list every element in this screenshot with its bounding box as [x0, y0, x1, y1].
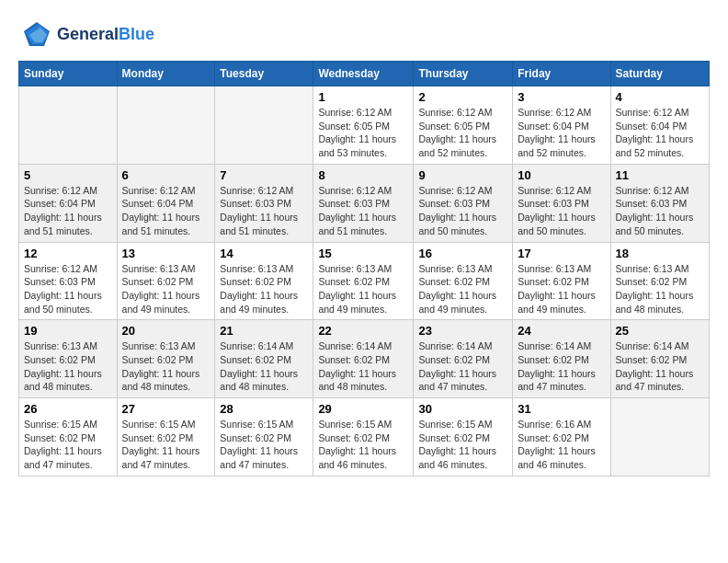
- header-day-wednesday: Wednesday: [313, 62, 414, 86]
- calendar-cell: 15Sunrise: 6:13 AM Sunset: 6:02 PM Dayli…: [313, 242, 414, 320]
- day-info: Sunrise: 6:14 AM Sunset: 6:02 PM Dayligh…: [318, 339, 408, 394]
- day-info: Sunrise: 6:14 AM Sunset: 6:02 PM Dayligh…: [418, 339, 507, 394]
- calendar-body: 1Sunrise: 6:12 AM Sunset: 6:05 PM Daylig…: [19, 86, 710, 477]
- calendar-cell: 31Sunrise: 6:16 AM Sunset: 6:02 PM Dayli…: [513, 398, 610, 477]
- calendar-cell: 25Sunrise: 6:14 AM Sunset: 6:02 PM Dayli…: [610, 320, 710, 398]
- calendar-cell: 5Sunrise: 6:12 AM Sunset: 6:04 PM Daylig…: [19, 164, 118, 242]
- header: GeneralBlue: [18, 18, 710, 52]
- week-row-2: 5Sunrise: 6:12 AM Sunset: 6:04 PM Daylig…: [19, 164, 710, 242]
- calendar-cell: 27Sunrise: 6:15 AM Sunset: 6:02 PM Dayli…: [117, 398, 215, 477]
- day-number: 16: [418, 247, 507, 260]
- header-day-sunday: Sunday: [19, 62, 118, 86]
- calendar-cell: [215, 86, 313, 165]
- day-number: 12: [24, 247, 112, 260]
- day-number: 2: [418, 90, 507, 104]
- day-number: 19: [24, 324, 112, 338]
- logo: GeneralBlue: [18, 18, 154, 52]
- header-day-saturday: Saturday: [610, 62, 710, 86]
- calendar-cell: 8Sunrise: 6:12 AM Sunset: 6:03 PM Daylig…: [313, 164, 414, 242]
- day-number: 4: [616, 90, 705, 104]
- day-number: 26: [24, 402, 112, 416]
- day-number: 6: [122, 168, 210, 182]
- day-info: Sunrise: 6:12 AM Sunset: 6:03 PM Dayligh…: [220, 184, 308, 238]
- day-number: 22: [318, 324, 408, 338]
- day-info: Sunrise: 6:14 AM Sunset: 6:02 PM Dayligh…: [616, 339, 705, 394]
- logo-text: GeneralBlue: [57, 26, 154, 44]
- day-number: 17: [518, 247, 605, 260]
- calendar-cell: [19, 86, 118, 165]
- day-info: Sunrise: 6:12 AM Sunset: 6:05 PM Dayligh…: [318, 106, 408, 160]
- day-number: 1: [318, 90, 408, 104]
- calendar-cell: 3Sunrise: 6:12 AM Sunset: 6:04 PM Daylig…: [513, 86, 610, 165]
- day-info: Sunrise: 6:12 AM Sunset: 6:04 PM Dayligh…: [24, 184, 112, 238]
- calendar-cell: 21Sunrise: 6:14 AM Sunset: 6:02 PM Dayli…: [215, 320, 313, 398]
- day-info: Sunrise: 6:13 AM Sunset: 6:02 PM Dayligh…: [616, 262, 705, 316]
- calendar-cell: 30Sunrise: 6:15 AM Sunset: 6:02 PM Dayli…: [414, 398, 513, 477]
- day-number: 5: [24, 168, 112, 182]
- day-info: Sunrise: 6:14 AM Sunset: 6:02 PM Dayligh…: [518, 339, 605, 394]
- day-info: Sunrise: 6:13 AM Sunset: 6:02 PM Dayligh…: [24, 339, 112, 394]
- day-info: Sunrise: 6:13 AM Sunset: 6:02 PM Dayligh…: [318, 262, 408, 316]
- day-info: Sunrise: 6:12 AM Sunset: 6:04 PM Dayligh…: [518, 106, 605, 160]
- logo-icon: [18, 18, 51, 52]
- calendar-cell: 10Sunrise: 6:12 AM Sunset: 6:03 PM Dayli…: [513, 164, 610, 242]
- day-number: 15: [318, 247, 408, 260]
- day-number: 21: [220, 324, 308, 338]
- header-day-friday: Friday: [513, 62, 610, 86]
- day-info: Sunrise: 6:12 AM Sunset: 6:04 PM Dayligh…: [122, 184, 210, 238]
- day-number: 23: [418, 324, 507, 338]
- week-row-5: 26Sunrise: 6:15 AM Sunset: 6:02 PM Dayli…: [19, 398, 710, 477]
- day-info: Sunrise: 6:13 AM Sunset: 6:02 PM Dayligh…: [418, 262, 507, 316]
- day-info: Sunrise: 6:15 AM Sunset: 6:02 PM Dayligh…: [418, 418, 507, 472]
- calendar-cell: 4Sunrise: 6:12 AM Sunset: 6:04 PM Daylig…: [610, 86, 710, 165]
- calendar-cell: 9Sunrise: 6:12 AM Sunset: 6:03 PM Daylig…: [414, 164, 513, 242]
- week-row-4: 19Sunrise: 6:13 AM Sunset: 6:02 PM Dayli…: [19, 320, 710, 398]
- calendar-cell: 14Sunrise: 6:13 AM Sunset: 6:02 PM Dayli…: [215, 242, 313, 320]
- day-info: Sunrise: 6:12 AM Sunset: 6:03 PM Dayligh…: [518, 184, 605, 238]
- day-info: Sunrise: 6:12 AM Sunset: 6:03 PM Dayligh…: [24, 262, 112, 316]
- day-info: Sunrise: 6:14 AM Sunset: 6:02 PM Dayligh…: [220, 339, 308, 394]
- day-info: Sunrise: 6:12 AM Sunset: 6:04 PM Dayligh…: [616, 106, 705, 160]
- day-info: Sunrise: 6:12 AM Sunset: 6:03 PM Dayligh…: [616, 184, 705, 238]
- calendar-cell: 11Sunrise: 6:12 AM Sunset: 6:03 PM Dayli…: [610, 164, 710, 242]
- calendar-header: SundayMondayTuesdayWednesdayThursdayFrid…: [19, 62, 710, 86]
- day-number: 8: [318, 168, 408, 182]
- week-row-1: 1Sunrise: 6:12 AM Sunset: 6:05 PM Daylig…: [19, 86, 710, 165]
- day-number: 25: [616, 324, 705, 338]
- calendar-cell: [117, 86, 215, 165]
- calendar-cell: 23Sunrise: 6:14 AM Sunset: 6:02 PM Dayli…: [414, 320, 513, 398]
- day-info: Sunrise: 6:13 AM Sunset: 6:02 PM Dayligh…: [122, 339, 210, 394]
- day-info: Sunrise: 6:13 AM Sunset: 6:02 PM Dayligh…: [518, 262, 605, 316]
- calendar-cell: 28Sunrise: 6:15 AM Sunset: 6:02 PM Dayli…: [215, 398, 313, 477]
- day-number: 30: [418, 402, 507, 416]
- calendar-cell: 17Sunrise: 6:13 AM Sunset: 6:02 PM Dayli…: [513, 242, 610, 320]
- day-number: 3: [518, 90, 605, 104]
- day-number: 7: [220, 168, 308, 182]
- calendar-table: SundayMondayTuesdayWednesdayThursdayFrid…: [18, 61, 710, 477]
- calendar-cell: [610, 398, 710, 477]
- day-number: 9: [418, 168, 507, 182]
- week-row-3: 12Sunrise: 6:12 AM Sunset: 6:03 PM Dayli…: [19, 242, 710, 320]
- day-number: 27: [122, 402, 210, 416]
- header-day-monday: Monday: [117, 62, 215, 86]
- header-day-tuesday: Tuesday: [215, 62, 313, 86]
- calendar-cell: 22Sunrise: 6:14 AM Sunset: 6:02 PM Dayli…: [313, 320, 414, 398]
- calendar-cell: 12Sunrise: 6:12 AM Sunset: 6:03 PM Dayli…: [19, 242, 118, 320]
- calendar-cell: 26Sunrise: 6:15 AM Sunset: 6:02 PM Dayli…: [19, 398, 118, 477]
- header-day-thursday: Thursday: [414, 62, 513, 86]
- calendar-cell: 2Sunrise: 6:12 AM Sunset: 6:05 PM Daylig…: [414, 86, 513, 165]
- day-number: 24: [518, 324, 605, 338]
- day-number: 13: [122, 247, 210, 260]
- day-info: Sunrise: 6:12 AM Sunset: 6:03 PM Dayligh…: [418, 184, 507, 238]
- day-number: 31: [518, 402, 605, 416]
- day-number: 20: [122, 324, 210, 338]
- calendar-cell: 6Sunrise: 6:12 AM Sunset: 6:04 PM Daylig…: [117, 164, 215, 242]
- day-info: Sunrise: 6:12 AM Sunset: 6:03 PM Dayligh…: [318, 184, 408, 238]
- day-number: 10: [518, 168, 605, 182]
- calendar-cell: 20Sunrise: 6:13 AM Sunset: 6:02 PM Dayli…: [117, 320, 215, 398]
- day-info: Sunrise: 6:15 AM Sunset: 6:02 PM Dayligh…: [220, 418, 308, 472]
- header-row: SundayMondayTuesdayWednesdayThursdayFrid…: [19, 62, 710, 86]
- day-info: Sunrise: 6:12 AM Sunset: 6:05 PM Dayligh…: [418, 106, 507, 160]
- day-number: 28: [220, 402, 308, 416]
- day-info: Sunrise: 6:15 AM Sunset: 6:02 PM Dayligh…: [318, 418, 408, 472]
